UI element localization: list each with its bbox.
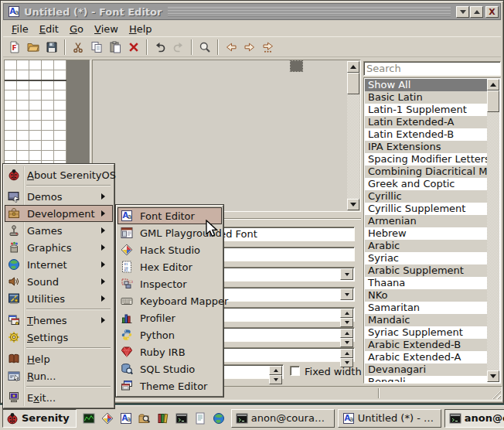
unicode-block-row-latin-extended-a[interactable]: Latin Extended-A: [365, 116, 487, 128]
search-input[interactable]: [364, 62, 500, 75]
toolbar-next-glyph-button[interactable]: [240, 38, 259, 56]
start-button[interactable]: Serenity: [2, 409, 77, 428]
menubar-item-view[interactable]: View: [89, 22, 124, 36]
toolbar-goto-glyph-button[interactable]: [259, 38, 278, 56]
toolbar-redo-button[interactable]: [169, 38, 188, 56]
menu-item-games[interactable]: Games: [5, 222, 113, 239]
unicode-block-row-latin-extended-b[interactable]: Latin Extended-B: [365, 128, 487, 141]
menu-item-help[interactable]: Help: [5, 350, 113, 367]
scrollbar-thumb[interactable]: [347, 73, 359, 94]
scroll-up-button[interactable]: [487, 79, 499, 90]
menu-item-about-serenityos[interactable]: About SerenityOS: [5, 166, 113, 183]
unicode-block-row-arabic-extended-b[interactable]: Arabic Extended-B: [365, 339, 487, 351]
fixed-width-checkbox[interactable]: [290, 366, 300, 376]
scroll-up-button[interactable]: [347, 61, 359, 73]
dropdown-button[interactable]: [340, 288, 353, 300]
menu-item-hex-editor[interactable]: 011001Hex Editor: [117, 258, 222, 275]
menu-item-sql-studio[interactable]: SQL Studio: [117, 360, 222, 377]
resize-grip[interactable]: [491, 389, 501, 399]
unicode-block-row-thaana[interactable]: Thaana: [365, 277, 487, 289]
menu-item-python[interactable]: Python: [117, 326, 222, 343]
dropdown-button[interactable]: [340, 268, 353, 280]
toolbar-delete-button[interactable]: [124, 38, 143, 56]
unicode-block-row-mandaic[interactable]: Mandaic: [365, 314, 487, 326]
unicode-block-row-arabic-supplement[interactable]: Arabic Supplement: [365, 264, 487, 277]
unicode-block-row-nko[interactable]: NKo: [365, 289, 487, 302]
spin-up-button[interactable]: [340, 309, 353, 318]
spin-down-button[interactable]: [340, 338, 353, 347]
menu-item-internet[interactable]: Internet: [5, 256, 113, 273]
menubar-item-go[interactable]: Go: [64, 22, 89, 36]
menu-item-theme-editor[interactable]: Theme Editor: [117, 377, 222, 394]
menu-item-demos[interactable]: Demos: [5, 188, 113, 205]
selected-glyph-cell[interactable]: [291, 61, 302, 71]
titlebar[interactable]: Aa Untitled (*) - Font Editor X: [3, 3, 501, 20]
scroll-down-button[interactable]: [347, 199, 359, 210]
scrollbar-thumb[interactable]: [487, 90, 499, 112]
minimize-button[interactable]: [456, 6, 469, 18]
toolbar-save-button[interactable]: [43, 38, 61, 56]
quick-launch-hack-studio-button[interactable]: [98, 409, 117, 428]
unicode-block-row-hebrew[interactable]: Hebrew: [365, 227, 487, 240]
list-scrollbar[interactable]: [487, 79, 499, 382]
menubar-item-edit[interactable]: Edit: [34, 22, 64, 36]
menu-item-ruby-irb[interactable]: Ruby IRB: [117, 343, 222, 360]
unicode-block-list[interactable]: Show AllBasic LatinLatin-1 SupplementLat…: [363, 77, 501, 384]
toolbar-undo-button[interactable]: [151, 38, 169, 56]
unicode-block-row-spacing-modifier-letters[interactable]: Spacing Modifier Letters: [365, 153, 487, 166]
toolbar-copy-button[interactable]: [87, 38, 106, 56]
menu-item-utilities[interactable]: Utilities: [5, 290, 113, 307]
spin-down-button[interactable]: [340, 318, 353, 327]
menu-item-run[interactable]: Run...: [5, 367, 113, 384]
menu-item-graphics[interactable]: Graphics: [5, 239, 113, 256]
menubar-item-help[interactable]: Help: [124, 22, 158, 36]
toolbar-new-font-button[interactable]: F: [5, 38, 24, 56]
unicode-block-row-syriac-supplement[interactable]: Syriac Supplement: [365, 326, 487, 339]
unicode-block-row-arabic[interactable]: Arabic: [365, 240, 487, 252]
toolbar-cut-button[interactable]: [69, 38, 87, 56]
toolbar-previous-glyph-button[interactable]: [222, 38, 240, 56]
unicode-block-row-latin-1-supplement[interactable]: Latin-1 Supplement: [365, 104, 487, 116]
unicode-block-row-arabic-extended-a[interactable]: Arabic Extended-A: [365, 351, 487, 363]
menu-item-keyboard-mapper[interactable]: Keyboard Mapper: [117, 292, 222, 309]
quick-launch-font-editor-button[interactable]: Aa: [117, 409, 135, 428]
spin-down-button[interactable]: [269, 375, 282, 384]
scrollbar-track[interactable]: [347, 94, 359, 199]
menu-item-development[interactable]: Development: [5, 205, 113, 222]
glyph-map-scrollbar[interactable]: [347, 61, 359, 210]
scroll-down-button[interactable]: [487, 370, 499, 382]
toolbar-open-button[interactable]: [24, 38, 43, 56]
unicode-block-row-show-all[interactable]: Show All: [365, 79, 487, 91]
task-button-anon-courage-m[interactable]: anon@courage:~/m...: [231, 409, 335, 428]
spin-up-button[interactable]: [340, 329, 353, 338]
quick-launch-find-in-files-button[interactable]: [135, 409, 154, 428]
scrollbar-track[interactable]: [487, 112, 499, 370]
task-button-anon-cour[interactable]: anon@cour: [444, 409, 504, 428]
menu-item-exit[interactable]: Exit...: [5, 389, 113, 406]
spin-up-button[interactable]: [269, 366, 282, 375]
quick-launch-browser-button[interactable]: [209, 409, 228, 428]
menu-item-sound[interactable]: Sound: [5, 273, 113, 290]
unicode-block-row-samaritan[interactable]: Samaritan: [365, 302, 487, 314]
unicode-block-row-ipa-extensions[interactable]: IPA Extensions: [365, 141, 487, 153]
unicode-block-row-bengali[interactable]: Bengali: [365, 376, 487, 382]
menu-item-profiler[interactable]: Profiler: [117, 309, 222, 326]
menu-item-inspector[interactable]: C3Inspector: [117, 275, 222, 292]
unicode-block-row-cyrillic[interactable]: Cyrillic: [365, 190, 487, 203]
menu-item-settings[interactable]: Settings: [5, 329, 113, 346]
quick-launch-terminal-button[interactable]: [172, 409, 191, 428]
unicode-block-row-syriac[interactable]: Syriac: [365, 252, 487, 264]
unicode-block-row-basic-latin[interactable]: Basic Latin: [365, 91, 487, 104]
unicode-block-row-greek-and-coptic[interactable]: Greek and Coptic: [365, 178, 487, 190]
quick-launch-text-editor-button[interactable]: [191, 409, 209, 428]
glyph-map[interactable]: [92, 60, 361, 212]
menu-item-hack-studio[interactable]: Hack Studio: [117, 241, 222, 258]
menu-item-themes[interactable]: Themes: [5, 312, 113, 329]
unicode-block-row-devanagari[interactable]: Devanagari: [365, 363, 487, 376]
toolbar-paste-button[interactable]: [106, 38, 124, 56]
toolbar-magnifier-button[interactable]: [196, 38, 214, 56]
menubar-item-file[interactable]: File: [6, 22, 34, 36]
quick-launch-system-monitor-button[interactable]: [80, 409, 98, 428]
task-button-untitled-font[interactable]: AaUntitled (*) - Font...: [338, 409, 441, 428]
close-button[interactable]: X: [485, 6, 499, 18]
